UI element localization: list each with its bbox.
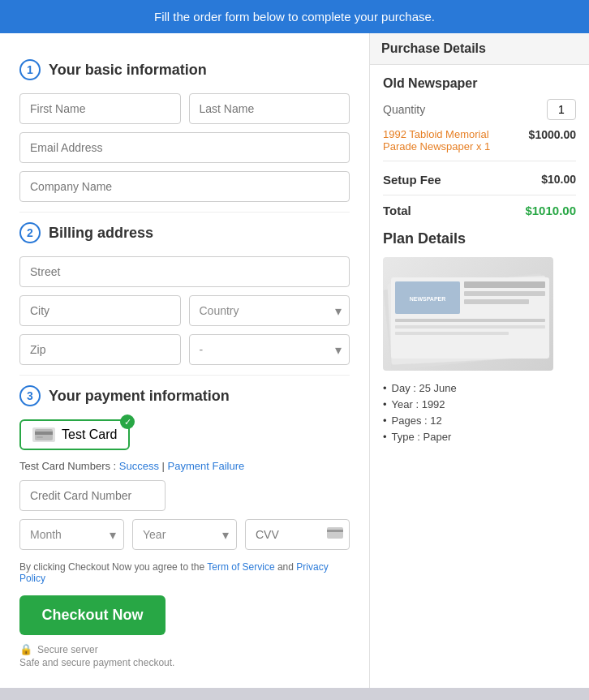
year-select-wrapper: Year: [132, 519, 237, 550]
zip-state-row: -: [19, 334, 350, 365]
quantity-label: Quantity: [383, 103, 425, 116]
city-country-row: Country: [19, 295, 350, 326]
banner-text: Fill the order form below to complete yo…: [154, 10, 435, 24]
section2-number: 2: [19, 222, 41, 243]
cvv-card-icon: [327, 527, 343, 542]
email-input[interactable]: [19, 132, 350, 163]
street-group: [19, 256, 350, 287]
section1-number: 1: [19, 59, 41, 80]
state-select-wrapper: -: [189, 334, 350, 365]
product-desc: 1992 Tabloid Memorial Parade Newspaper x…: [383, 128, 497, 152]
zip-group: [19, 334, 181, 365]
plan-type: Type : Paper: [383, 431, 576, 443]
last-name-group: [189, 93, 350, 124]
credit-card-group: [19, 480, 350, 511]
terms-of-service-link[interactable]: Term of Service: [207, 561, 274, 573]
svg-rect-13: [395, 325, 545, 329]
svg-rect-3: [327, 527, 343, 539]
svg-rect-12: [395, 319, 545, 322]
credit-card-input[interactable]: [19, 480, 166, 511]
svg-rect-9: [464, 281, 545, 288]
quantity-row: Quantity 1: [383, 99, 576, 120]
email-group: [19, 132, 350, 163]
plan-year: Year : 1992: [383, 398, 576, 410]
email-row: [19, 132, 350, 163]
total-row: Total $1010.00: [383, 204, 576, 217]
test-card-numbers: Test Card Numbers : Success | Payment Fa…: [19, 460, 350, 472]
last-name-input[interactable]: [189, 93, 350, 124]
plan-details-title: Plan Details: [383, 230, 576, 247]
section1-title: Your basic information: [49, 62, 207, 79]
card-icon: [32, 427, 55, 442]
street-row: [19, 256, 350, 287]
setup-fee-amount: $10.00: [541, 173, 576, 187]
year-select[interactable]: Year: [132, 519, 237, 550]
country-select-wrapper: Country: [189, 295, 350, 326]
month-year-cvv-row: Month Year: [19, 519, 350, 550]
section3-header: 3 Your payment information: [19, 385, 350, 406]
secure-server-text: Secure server: [37, 644, 98, 655]
first-name-group: [19, 93, 181, 124]
newspaper-image: NEWSPAPER: [383, 257, 553, 371]
test-card-label: Test Card: [62, 427, 117, 442]
secure-checkout-text: Safe and secure payment checkout.: [19, 657, 350, 668]
failure-link[interactable]: Payment Failure: [168, 460, 245, 472]
section3-number: 3: [19, 385, 41, 406]
cvv-wrapper: [245, 519, 350, 550]
terms-text: By clicking Checkout Now you agree to th…: [19, 561, 350, 584]
svg-rect-4: [327, 530, 343, 532]
purchase-details-header: Purchase Details: [370, 33, 589, 65]
svg-rect-10: [464, 291, 545, 296]
city-group: [19, 295, 181, 326]
right-panel: Purchase Details Old Newspaper Quantity …: [370, 33, 589, 688]
checkout-button[interactable]: Checkout Now: [19, 595, 166, 635]
lock-icon: 🔒: [19, 643, 32, 655]
section2-title: Billing address: [49, 225, 153, 242]
quantity-value: 1: [547, 99, 576, 120]
credit-card-row: [19, 480, 350, 511]
svg-rect-1: [35, 432, 53, 435]
setup-fee-row: Setup Fee $10.00: [383, 173, 576, 195]
state-select[interactable]: -: [189, 334, 350, 365]
product-row: 1992 Tabloid Memorial Parade Newspaper x…: [383, 128, 576, 161]
first-name-input[interactable]: [19, 93, 181, 124]
city-input[interactable]: [19, 295, 181, 326]
section2-header: 2 Billing address: [19, 222, 350, 243]
section3-title: Your payment information: [49, 388, 230, 405]
svg-rect-11: [464, 299, 529, 304]
month-select-wrapper: Month: [19, 519, 124, 550]
company-group: [19, 171, 350, 202]
plan-pages: Pages : 12: [383, 414, 576, 427]
country-select[interactable]: Country: [189, 295, 350, 326]
name-row: [19, 93, 350, 124]
company-row: [19, 171, 350, 202]
total-amount: $1010.00: [525, 204, 576, 217]
total-label: Total: [383, 204, 411, 217]
top-banner: Fill the order form below to complete yo…: [0, 0, 589, 33]
svg-text:NEWSPAPER: NEWSPAPER: [410, 296, 446, 302]
secure-server-row: 🔒 Secure server: [19, 643, 350, 655]
zip-input[interactable]: [19, 334, 181, 365]
company-input[interactable]: [19, 171, 350, 202]
svg-rect-2: [37, 436, 43, 438]
success-link[interactable]: Success: [119, 460, 159, 472]
svg-rect-14: [395, 332, 509, 335]
card-selected-check: ✓: [120, 414, 135, 429]
test-card-option[interactable]: Test Card ✓: [19, 419, 130, 450]
plan-day: Day : 25 June: [383, 382, 576, 394]
setup-fee-label: Setup Fee: [383, 173, 441, 187]
section1-header: 1 Your basic information: [19, 59, 350, 80]
month-select[interactable]: Month: [19, 519, 124, 550]
left-panel: 1 Your basic information: [0, 33, 370, 688]
product-price: $1000.00: [529, 128, 576, 152]
product-name: Old Newspaper: [383, 76, 576, 91]
street-input[interactable]: [19, 256, 350, 287]
